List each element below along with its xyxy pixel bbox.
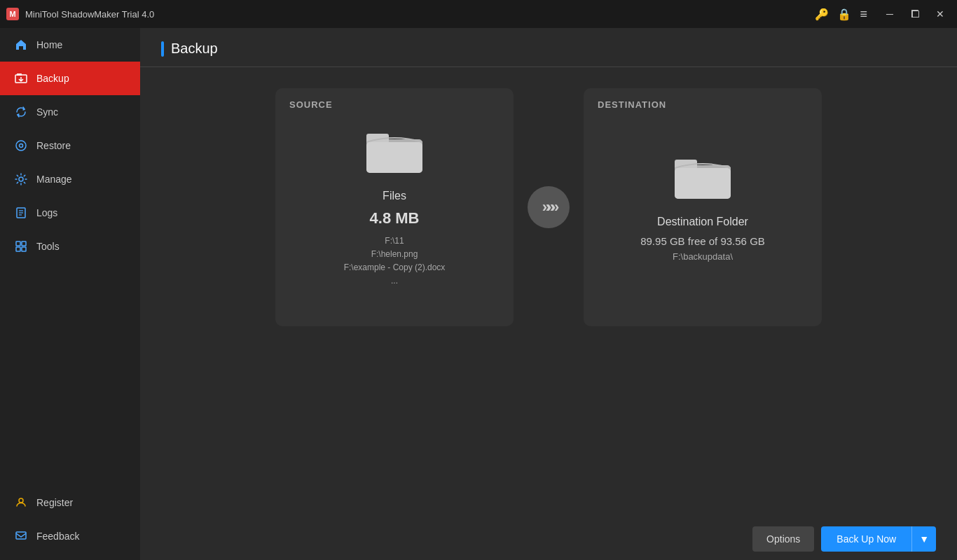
destination-folder-icon	[675, 153, 731, 204]
register-label: Register	[36, 497, 73, 508]
svg-text:M: M	[9, 10, 15, 18]
sidebar-item-tools-label: Tools	[36, 241, 60, 252]
sidebar-item-register[interactable]: Register	[0, 486, 140, 519]
destination-card[interactable]: DESTINATION Destinat	[584, 88, 822, 326]
lock-icon[interactable]: 🔒	[837, 8, 851, 21]
footer: Options Back Up Now ▼	[140, 518, 957, 560]
sidebar-item-restore[interactable]: Restore	[0, 129, 140, 162]
sidebar-item-feedback[interactable]: Feedback	[0, 519, 140, 553]
destination-label: DESTINATION	[598, 99, 666, 110]
source-size: 4.8 MB	[370, 209, 420, 227]
source-path-1: F:\11	[344, 234, 446, 248]
sidebar-item-logs-label: Logs	[36, 207, 57, 218]
cards-row: SOURCE Files	[161, 88, 936, 326]
options-button[interactable]: Options	[752, 526, 814, 552]
sidebar-item-sync-label: Sync	[36, 106, 58, 118]
destination-path: F:\backupdata\	[673, 251, 733, 262]
source-folder-icon	[366, 127, 422, 178]
main-layout: Home Backup Syn	[0, 28, 957, 560]
source-label: SOURCE	[289, 99, 333, 110]
backup-now-wrapper: Back Up Now ▼	[821, 526, 936, 552]
title-bar: M MiniTool ShadowMaker Trial 4.0 🔑 🔒 ≡ ─…	[0, 0, 957, 28]
source-paths: F:\11 F:\helen.png F:\example - Copy (2)…	[344, 234, 446, 288]
svg-point-15	[19, 498, 23, 503]
app-logo-icon: M	[6, 7, 20, 21]
svg-point-5	[20, 144, 23, 148]
feedback-label: Feedback	[36, 531, 79, 542]
sidebar-item-backup[interactable]: Backup	[0, 62, 140, 95]
source-card[interactable]: SOURCE Files	[275, 88, 514, 326]
svg-point-4	[16, 141, 26, 150]
sidebar-item-sync[interactable]: Sync	[0, 95, 140, 129]
restore-icon	[14, 139, 28, 153]
destination-name: Destination Folder	[657, 216, 748, 228]
app-title: MiniTool ShadowMaker Trial 4.0	[25, 9, 154, 20]
source-path-ellipsis: ...	[344, 274, 446, 288]
sidebar-item-manage[interactable]: Manage	[0, 162, 140, 196]
backup-now-button[interactable]: Back Up Now	[821, 526, 911, 552]
sidebar-item-restore-label: Restore	[36, 140, 71, 151]
home-icon	[14, 38, 28, 52]
minimize-button[interactable]: ─	[879, 4, 901, 24]
svg-rect-22	[675, 168, 731, 199]
backup-content: SOURCE Files	[140, 67, 957, 518]
content-area: Backup SOURCE	[140, 28, 957, 560]
svg-point-6	[19, 177, 23, 181]
page-title: Backup	[171, 41, 218, 57]
svg-rect-3	[17, 74, 22, 76]
key-icon[interactable]: 🔑	[815, 8, 829, 21]
header-indicator	[161, 41, 164, 57]
tools-icon	[14, 239, 28, 253]
sidebar-item-backup-label: Backup	[36, 73, 69, 84]
svg-rect-16	[16, 532, 26, 539]
arrow-button[interactable]: »»»	[528, 186, 570, 228]
logs-icon	[14, 206, 28, 220]
svg-rect-11	[16, 241, 20, 246]
sidebar-item-tools[interactable]: Tools	[0, 230, 140, 263]
close-button[interactable]: ✕	[929, 4, 951, 24]
feedback-icon	[14, 529, 28, 543]
page-header: Backup	[140, 28, 957, 67]
manage-icon	[14, 172, 28, 186]
register-icon	[14, 496, 28, 510]
backup-now-dropdown-button[interactable]: ▼	[911, 526, 936, 552]
titlebar-utilities: 🔑 🔒 ≡	[815, 7, 867, 22]
sidebar-item-manage-label: Manage	[36, 174, 72, 185]
sidebar-item-home[interactable]: Home	[0, 28, 140, 62]
svg-rect-19	[366, 142, 422, 173]
destination-free-space: 89.95 GB free of 93.56 GB	[640, 235, 765, 247]
sidebar-item-logs[interactable]: Logs	[0, 196, 140, 230]
sidebar-bottom: Register Feedback	[0, 486, 140, 560]
sidebar: Home Backup Syn	[0, 28, 140, 560]
menu-icon[interactable]: ≡	[860, 7, 867, 22]
source-path-2: F:\helen.png	[344, 248, 446, 261]
title-bar-left: M MiniTool ShadowMaker Trial 4.0	[6, 7, 154, 21]
title-bar-right: 🔑 🔒 ≡ ─ ⧠ ✕	[815, 4, 951, 24]
svg-rect-14	[22, 247, 26, 251]
backup-icon	[14, 71, 28, 85]
sync-icon	[14, 105, 28, 119]
svg-rect-13	[16, 247, 20, 251]
svg-rect-12	[22, 241, 26, 246]
source-name: Files	[383, 190, 406, 202]
restore-button[interactable]: ⧠	[904, 4, 926, 24]
sidebar-item-home-label: Home	[36, 39, 62, 50]
source-path-3: F:\example - Copy (2).docx	[344, 261, 446, 274]
